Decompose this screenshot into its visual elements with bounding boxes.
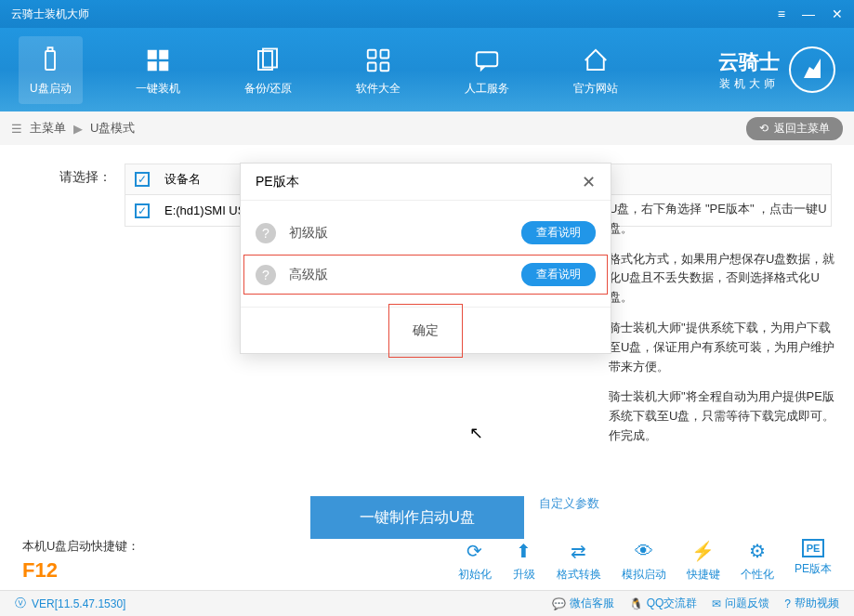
nav-usb-boot[interactable]: U盘启动: [19, 36, 83, 104]
pe-icon: PE: [802, 539, 824, 557]
windows-icon: [141, 44, 175, 77]
upload-icon: ⬆: [512, 539, 536, 563]
help-icon: ?: [256, 223, 276, 243]
tool-hotkey[interactable]: ⚡快捷键: [687, 539, 720, 583]
statusbar: ⓥ VER[11.5.47.1530] 💬微信客服 🐧QQ交流群 ✉问题反馈 ?…: [0, 590, 854, 616]
status-wechat[interactable]: 💬微信客服: [552, 596, 614, 611]
brand-logo-icon: [789, 46, 835, 93]
chat-icon: [470, 44, 504, 77]
wechat-icon: 💬: [552, 597, 566, 610]
breadcrumb-current: U盘模式: [90, 120, 135, 137]
minimize-icon[interactable]: —: [802, 7, 815, 21]
close-icon[interactable]: ✕: [832, 7, 843, 21]
hotkey-info: 本机U盘启动快捷键： F12: [22, 538, 139, 583]
menu-icon[interactable]: ≡: [778, 7, 785, 21]
svg-rect-2: [147, 49, 156, 59]
list-icon: ☰: [11, 122, 22, 136]
tool-upgrade[interactable]: ⬆升级: [512, 539, 536, 583]
select-label: 请选择：: [22, 164, 125, 539]
tool-pe[interactable]: PEPE版本: [795, 539, 832, 583]
svg-rect-5: [159, 61, 168, 71]
nav-support[interactable]: 人工服务: [453, 36, 520, 104]
help-video-icon: ?: [784, 597, 791, 610]
back-arrow-icon: ⟲: [759, 122, 769, 135]
nav-website[interactable]: 官方网站: [562, 36, 629, 104]
svg-rect-9: [381, 49, 389, 58]
svg-rect-8: [368, 49, 376, 58]
nav-one-click[interactable]: 一键装机: [125, 36, 191, 104]
app-title: 云骑士装机大师: [11, 7, 778, 22]
modal-row-advanced[interactable]: ? 高级版 查看说明: [243, 254, 609, 295]
back-button[interactable]: ⟲ 返回主菜单: [746, 117, 843, 140]
help-icon: ?: [256, 265, 276, 285]
backup-icon: [251, 44, 284, 77]
status-help[interactable]: ?帮助视频: [784, 596, 839, 611]
custom-params-link[interactable]: 自定义参数: [539, 495, 599, 512]
status-qq[interactable]: 🐧QQ交流群: [629, 596, 698, 611]
svg-rect-3: [159, 49, 168, 59]
home-icon: [579, 44, 612, 77]
version-text[interactable]: VER[11.5.47.1530]: [32, 597, 125, 610]
help-text: U盘，右下角选择 "PE版本" ，点击一键U盘。 格式化方式，如果用户想保存U盘…: [609, 200, 836, 457]
svg-rect-4: [147, 61, 156, 71]
version-check-icon[interactable]: ⓥ: [15, 596, 26, 611]
footer-tools: ⟳初始化 ⬆升级 ⇄格式转换 👁模拟启动 ⚡快捷键 ⚙个性化 PEPE版本: [458, 539, 832, 583]
checkbox-all[interactable]: ✓: [135, 172, 150, 187]
modal-row-basic[interactable]: ? 初级版 查看说明: [241, 212, 611, 254]
svg-rect-11: [381, 62, 389, 71]
pe-version-modal: PE版本 ✕ ? 初级版 查看说明 ? 高级版 查看说明 确定: [240, 163, 611, 354]
breadcrumb: ☰ 主菜单 ▶ U盘模式 ⟲ 返回主菜单: [0, 111, 854, 145]
titlebar: 云骑士装机大师 ≡ — ✕: [0, 0, 854, 28]
create-usb-button[interactable]: 一键制作启动U盘: [310, 496, 524, 539]
status-feedback[interactable]: ✉问题反馈: [712, 596, 769, 611]
svg-rect-1: [48, 47, 53, 51]
confirm-button[interactable]: 确定: [385, 315, 466, 347]
nav-software[interactable]: 软件大全: [345, 36, 412, 104]
tool-personalize[interactable]: ⚙个性化: [741, 539, 774, 583]
header-nav: U盘启动 一键装机 备份/还原 软件大全 人工服务 官方网站 云骑士 装机大师: [0, 28, 854, 111]
svg-rect-10: [368, 62, 376, 71]
svg-rect-0: [46, 51, 55, 70]
col-device: 设备名: [164, 171, 201, 188]
hotkey-value: F12: [22, 558, 139, 583]
checkbox-row[interactable]: ✓: [135, 203, 150, 218]
svg-rect-12: [477, 52, 498, 66]
view-advanced-button[interactable]: 查看说明: [521, 263, 596, 286]
tool-init[interactable]: ⟳初始化: [458, 539, 492, 583]
convert-icon: ⇄: [567, 539, 591, 563]
qq-icon: 🐧: [629, 597, 643, 610]
brand: 云骑士 装机大师: [718, 46, 835, 93]
nav-backup[interactable]: 备份/还原: [233, 36, 303, 104]
usb-icon: [33, 44, 67, 77]
refresh-icon: ⟳: [463, 539, 487, 563]
modal-title: PE版本: [256, 174, 299, 190]
breadcrumb-root[interactable]: 主菜单: [30, 120, 66, 137]
view-basic-button[interactable]: 查看说明: [521, 221, 596, 244]
chevron-right-icon: ▶: [73, 122, 83, 136]
tool-simulate[interactable]: 👁模拟启动: [622, 539, 666, 583]
tool-convert[interactable]: ⇄格式转换: [557, 539, 601, 583]
device-name: E:(hd1)SMI US: [164, 203, 245, 217]
feedback-icon: ✉: [712, 597, 721, 610]
modal-close-icon[interactable]: ✕: [582, 172, 596, 192]
gear-icon: ⚙: [745, 539, 769, 563]
eye-icon: 👁: [632, 539, 656, 563]
bolt-icon: ⚡: [691, 539, 716, 563]
grid-icon: [361, 44, 395, 77]
